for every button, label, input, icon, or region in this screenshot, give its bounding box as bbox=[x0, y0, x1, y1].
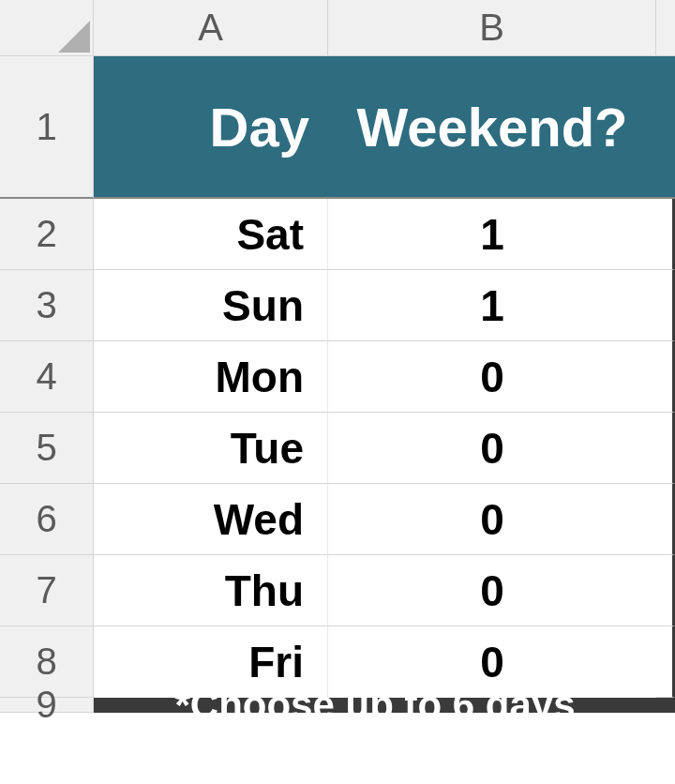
row-header-5[interactable]: 5 bbox=[0, 413, 94, 484]
cell-a4[interactable]: Mon bbox=[94, 341, 328, 413]
cell-b6[interactable]: 0 bbox=[328, 484, 656, 555]
cell-footer[interactable]: *Choose up to 6 days bbox=[94, 698, 656, 713]
row-edge bbox=[656, 626, 675, 698]
row-header-1[interactable]: 1 bbox=[0, 56, 94, 199]
cell-b3[interactable]: 1 bbox=[328, 270, 656, 341]
cell-a6[interactable]: Wed bbox=[94, 484, 328, 555]
cell-a1[interactable]: Day bbox=[94, 56, 328, 199]
select-all-corner[interactable] bbox=[0, 0, 94, 56]
cell-b1[interactable]: Weekend? bbox=[328, 56, 656, 199]
row-edge bbox=[656, 484, 675, 555]
cell-a2[interactable]: Sat bbox=[94, 199, 328, 270]
cell-b5[interactable]: 0 bbox=[328, 413, 656, 484]
cell-b7[interactable]: 0 bbox=[328, 555, 656, 626]
row-edge bbox=[656, 270, 675, 341]
row-edge bbox=[656, 555, 675, 626]
column-header-edge bbox=[656, 0, 675, 56]
row-header-2[interactable]: 2 bbox=[0, 199, 94, 270]
row-header-4[interactable]: 4 bbox=[0, 341, 94, 413]
row-header-7[interactable]: 7 bbox=[0, 555, 94, 626]
footer-edge bbox=[656, 698, 675, 713]
column-header-b[interactable]: B bbox=[328, 0, 656, 56]
row-edge bbox=[656, 413, 675, 484]
column-header-a[interactable]: A bbox=[94, 0, 328, 56]
header-edge bbox=[656, 56, 675, 199]
row-edge bbox=[656, 341, 675, 413]
cell-a5[interactable]: Tue bbox=[94, 413, 328, 484]
row-header-3[interactable]: 3 bbox=[0, 270, 94, 341]
row-header-6[interactable]: 6 bbox=[0, 484, 94, 555]
cell-a7[interactable]: Thu bbox=[94, 555, 328, 626]
cell-b2[interactable]: 1 bbox=[328, 199, 656, 270]
spreadsheet-grid: A B 1 Day Weekend? 2 Sat 1 3 Sun 1 4 Mon… bbox=[0, 0, 675, 713]
row-edge bbox=[656, 199, 675, 270]
cell-b4[interactable]: 0 bbox=[328, 341, 656, 413]
row-header-9[interactable]: 9 bbox=[0, 698, 94, 713]
cell-a3[interactable]: Sun bbox=[94, 270, 328, 341]
corner-triangle-icon bbox=[58, 21, 90, 53]
